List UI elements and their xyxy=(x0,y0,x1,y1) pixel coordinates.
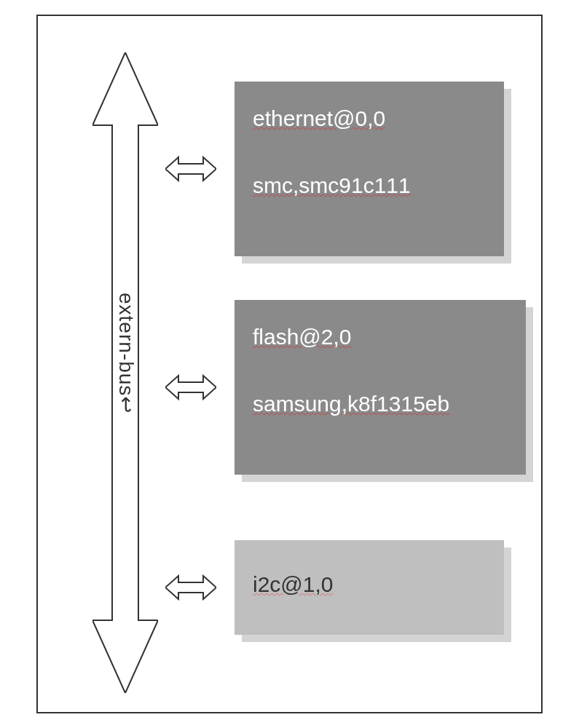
i2c-line1: i2c@1,0 xyxy=(253,569,486,600)
ethernet-line1: ethernet@0,0 xyxy=(253,103,486,134)
connector-arrow-2 xyxy=(165,373,216,402)
diagram-frame: extern-bus↩ ethernet@0,0 smc,smc91c111 f… xyxy=(36,15,543,713)
svg-marker-1 xyxy=(165,157,216,181)
ethernet-line2: smc,smc91c111 xyxy=(253,170,486,201)
bus-label: extern-bus↩ xyxy=(114,293,138,414)
i2c-box: i2c@1,0 xyxy=(235,540,504,635)
connector-arrow-3 xyxy=(165,573,216,602)
ethernet-box: ethernet@0,0 smc,smc91c111 xyxy=(235,82,504,256)
bus-label-marker: ↩ xyxy=(115,396,138,414)
connector-arrow-1 xyxy=(165,154,216,183)
flash-box: flash@2,0 samsung,k8f1315eb xyxy=(235,300,526,475)
svg-marker-2 xyxy=(165,376,216,399)
bus-label-text: extern-bus xyxy=(115,293,138,396)
flash-line1: flash@2,0 xyxy=(253,322,508,352)
flash-line2: samsung,k8f1315eb xyxy=(253,389,508,419)
svg-marker-3 xyxy=(165,576,216,599)
